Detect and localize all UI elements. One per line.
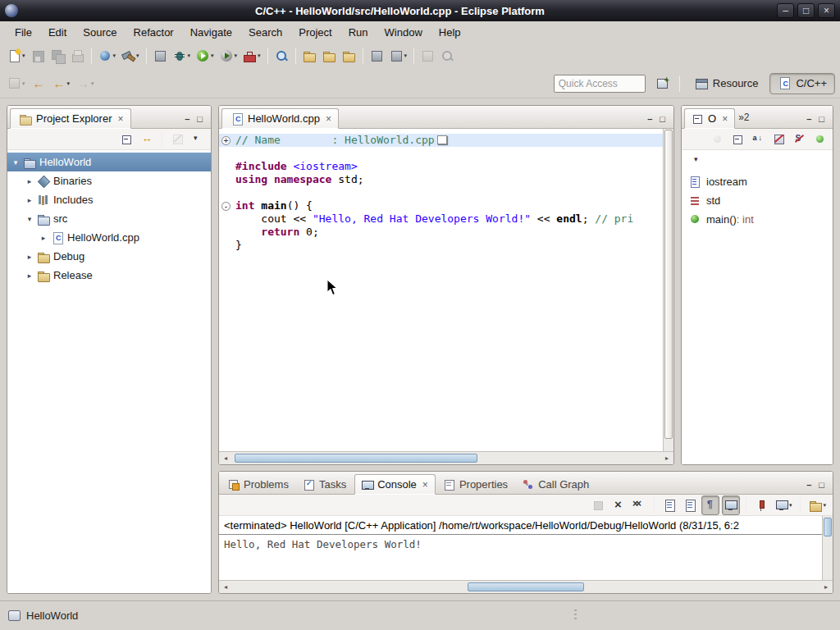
menu-navigate[interactable]: Navigate (182, 24, 240, 41)
hide-non-public-button[interactable] (810, 130, 829, 149)
debug-button[interactable] (171, 46, 194, 66)
console-vertical-scrollbar[interactable] (822, 516, 833, 580)
editor-horizontal-scrollbar[interactable] (219, 451, 673, 464)
scroll-right-arrow[interactable] (819, 581, 833, 593)
tree-expanded-arrow[interactable] (24, 215, 35, 223)
toggle-mark-occurrences-button[interactable] (368, 46, 386, 66)
fold-plus-marker[interactable]: + (221, 136, 231, 145)
outline-item-main[interactable]: main() : int (682, 210, 833, 229)
tab-project-explorer[interactable]: Project Explorer (10, 108, 131, 129)
scrollbar-thumb[interactable] (235, 454, 477, 463)
close-button[interactable]: × (818, 3, 835, 18)
menu-help[interactable]: Help (431, 24, 469, 41)
scrollbar-track[interactable] (233, 453, 660, 463)
scroll-right-arrow[interactable] (660, 452, 673, 464)
run-dropdown-arrow[interactable] (211, 52, 214, 59)
open-console-dropdown-arrow[interactable] (823, 502, 826, 509)
minimize-view-button[interactable] (185, 115, 189, 124)
tree-collapsed-arrow[interactable] (24, 177, 35, 185)
maximize-console-button[interactable] (819, 481, 824, 490)
code-line[interactable] (219, 147, 663, 160)
print-button[interactable] (68, 46, 87, 66)
menu-file[interactable]: File (7, 24, 40, 41)
open-resource-button[interactable] (340, 46, 358, 66)
remove-launch-button[interactable] (609, 495, 628, 515)
new-button[interactable] (5, 46, 28, 66)
word-wrap-button[interactable] (701, 495, 719, 515)
pin-console-button[interactable] (752, 495, 770, 515)
zoom-editor-button[interactable] (438, 46, 457, 66)
forward-dropdown-arrow[interactable] (91, 80, 94, 87)
outline-item-iostream[interactable]: iostream (682, 172, 833, 191)
scrollbar-track[interactable] (233, 582, 819, 592)
tree-item-debug[interactable]: Debug (7, 247, 211, 266)
close-outline-icon[interactable] (722, 114, 728, 124)
minimize-button[interactable]: – (777, 3, 794, 18)
open-perspective-button[interactable] (654, 74, 673, 94)
menu-refactor[interactable]: Refactor (126, 24, 182, 41)
tab-tasks[interactable]: Tasks (297, 475, 353, 494)
tree-collapsed-arrow[interactable] (24, 196, 35, 204)
scroll-left-arrow[interactable] (219, 452, 232, 464)
open-type-button[interactable] (320, 46, 339, 66)
run-button[interactable] (194, 46, 217, 66)
open-console-button[interactable] (806, 495, 829, 515)
close-view-icon[interactable] (117, 114, 123, 124)
console-horizontal-scrollbar[interactable] (219, 580, 833, 593)
scrollbar-thumb[interactable] (664, 130, 673, 439)
annotations-button[interactable] (387, 46, 410, 66)
fold-minus-marker[interactable]: - (221, 202, 231, 211)
build-all-button[interactable] (119, 46, 142, 66)
editor-vertical-scrollbar[interactable] (663, 129, 673, 451)
terminate-button[interactable] (589, 495, 607, 515)
tree-item-release[interactable]: Release (7, 266, 211, 285)
tree-collapsed-arrow[interactable] (38, 234, 49, 242)
menu-window[interactable]: Window (377, 24, 431, 41)
tree-item-helloworld-cpp[interactable]: HelloWorld.cpp (7, 228, 211, 247)
tree-item-binaries[interactable]: Binaries (7, 171, 211, 190)
menu-search[interactable]: Search (240, 24, 290, 41)
hide-static-members-button[interactable] (790, 130, 808, 149)
tree-collapsed-arrow[interactable] (24, 253, 35, 261)
forward-button[interactable] (74, 74, 97, 94)
annotations-dropdown-arrow[interactable] (404, 52, 408, 59)
tab-problems[interactable]: Problems (221, 475, 295, 494)
new-cpp-wizard-dropdown-arrow[interactable] (113, 52, 116, 59)
maximize-view-button[interactable] (197, 115, 203, 124)
display-selected-console-button[interactable] (773, 495, 795, 515)
code-line[interactable]: using namespace std; (219, 173, 663, 186)
close-editor-icon[interactable] (326, 114, 331, 124)
tree-expanded-arrow[interactable] (10, 158, 21, 167)
code-line[interactable]: -int main() { (219, 199, 663, 212)
save-all-button[interactable] (48, 46, 67, 66)
scroll-lock-button[interactable] (681, 495, 699, 515)
maximize-editor-button[interactable] (660, 115, 665, 124)
build-all-dropdown-arrow[interactable] (136, 52, 139, 59)
close-tab-icon[interactable] (422, 480, 428, 490)
remove-all-terminated-button[interactable] (630, 495, 648, 515)
back-dropdown-arrow[interactable] (67, 80, 71, 87)
editor-presentation-dropdown-arrow[interactable] (22, 80, 25, 87)
code-area[interactable]: +// Name : HelloWorld.cpp#include <iostr… (219, 129, 663, 451)
clear-console-button[interactable] (660, 495, 678, 515)
view-menu-button[interactable] (189, 130, 207, 149)
tree-item-helloworld[interactable]: HelloWorld (7, 153, 211, 171)
last-edit-location-button[interactable] (30, 74, 48, 94)
last-edit-button[interactable] (418, 46, 437, 66)
scrollbar-thumb[interactable] (468, 582, 585, 591)
outline-item-std[interactable]: std (682, 191, 833, 210)
display-selected-console-dropdown-arrow[interactable] (789, 502, 792, 509)
profile-button[interactable] (217, 46, 240, 66)
maximize-button[interactable]: □ (797, 3, 815, 18)
code-line[interactable]: +// Name : HelloWorld.cpp (219, 134, 663, 147)
menu-source[interactable]: Source (75, 24, 125, 41)
menu-project[interactable]: Project (290, 24, 340, 41)
new-cpp-wizard-button[interactable] (96, 46, 119, 66)
tab-call-graph[interactable]: Call Graph (516, 475, 596, 494)
open-element-button[interactable] (300, 46, 319, 66)
menu-run[interactable]: Run (340, 24, 377, 41)
external-tools-button[interactable] (240, 46, 263, 66)
code-line[interactable] (219, 186, 663, 199)
minimize-outline-button[interactable] (806, 115, 811, 124)
tab-helloworld-cpp[interactable]: HelloWorld.cpp (221, 108, 339, 129)
